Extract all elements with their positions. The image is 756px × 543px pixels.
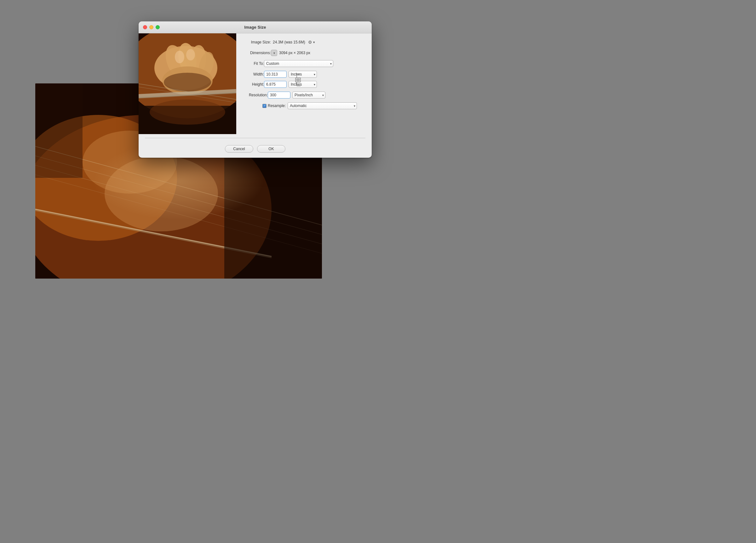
cancel-button[interactable]: Cancel [225,145,253,153]
height-unit-wrapper: Inches Centimeters Millimeters Pixels [289,81,317,88]
minimize-button[interactable] [149,25,153,29]
chain-link-container [294,71,302,89]
dimensions-text: 3094 px × 2063 px [279,51,310,55]
image-size-label: Image Size: [243,40,271,44]
image-size-value: 24.3M (was 15.6M) [273,40,305,44]
resample-label: Resample: [268,104,286,108]
close-button[interactable] [143,25,147,29]
resolution-unit-wrapper: Pixels/Inch Pixels/Centimeter [292,92,325,99]
svg-point-29 [186,49,195,60]
controls-panel: Image Size: 24.3M (was 15.6M) ⚙ ▾ Dimens… [236,33,372,134]
height-unit-select[interactable]: Inches Centimeters Millimeters Pixels [289,81,317,88]
dimensions-row: Dimensions: ▾ 3094 px × 2063 px [243,49,365,57]
fit-to-select[interactable]: Custom Original Size Letter Tabloid 4x6 … [264,60,333,67]
width-input[interactable] [264,71,287,78]
width-row: Width: Inches Centimeters Millimeters Pi… [243,71,365,78]
resolution-label: Resolution: [243,93,268,97]
resolution-row: Resolution: Pixels/Inch Pixels/Centimete… [243,91,365,99]
width-unit-select[interactable]: Inches Centimeters Millimeters Pixels [289,71,317,78]
title-bar: Image Size [139,21,372,33]
gear-arrow: ▾ [313,40,315,44]
resample-row: ✓ Resample: Automatic Preserve Details 2… [243,102,365,110]
resolution-input[interactable] [268,92,290,99]
divider [145,138,365,138]
check-mark: ✓ [263,105,266,107]
image-size-row: Image Size: 24.3M (was 15.6M) ⚙ ▾ [243,38,365,46]
ok-button[interactable]: OK [257,145,285,153]
fit-to-select-wrapper: Custom Original Size Letter Tabloid 4x6 … [264,60,333,67]
dialog-body: Image Size: 24.3M (was 15.6M) ⚙ ▾ Dimens… [139,33,372,134]
svg-rect-11 [35,83,83,178]
resolution-unit-select[interactable]: Pixels/Inch Pixels/Centimeter [292,92,325,99]
fit-to-label: Fit To: [243,61,264,66]
resample-checkbox[interactable]: ✓ [262,104,266,108]
dialog-title: Image Size [244,25,266,30]
svg-rect-34 [297,79,299,81]
resample-select-wrapper: Automatic Preserve Details 2.0 Reduce No… [288,102,357,109]
chain-link-icon [294,71,302,89]
width-label: Width: [243,72,264,77]
preview-image-area [139,33,236,134]
width-height-group: Width: Inches Centimeters Millimeters Pi… [243,71,365,88]
dimensions-value-area: ▾ 3094 px × 2063 px [271,50,310,56]
maximize-button[interactable] [156,25,160,29]
fit-to-row: Fit To: Custom Original Size Letter Tabl… [243,60,365,67]
buttons-row: Cancel OK [139,142,372,158]
dimensions-dropdown-arrow[interactable]: ▾ [271,50,277,56]
height-row: Height: Inches Centimeters Millimeters P… [243,81,365,88]
svg-point-28 [175,51,184,63]
svg-point-27 [150,100,225,125]
preview-photo [139,33,236,134]
gear-icon[interactable]: ⚙ [308,40,313,45]
dimensions-label: Dimensions: [243,51,271,55]
height-label: Height: [243,82,264,87]
traffic-lights [143,25,160,29]
width-unit-wrapper: Inches Centimeters Millimeters Pixels [289,71,317,78]
resample-checkbox-area: ✓ [243,104,268,108]
resample-select[interactable]: Automatic Preserve Details 2.0 Reduce No… [288,102,357,109]
height-input[interactable] [264,81,287,88]
image-size-dialog: Image Size [139,21,372,158]
